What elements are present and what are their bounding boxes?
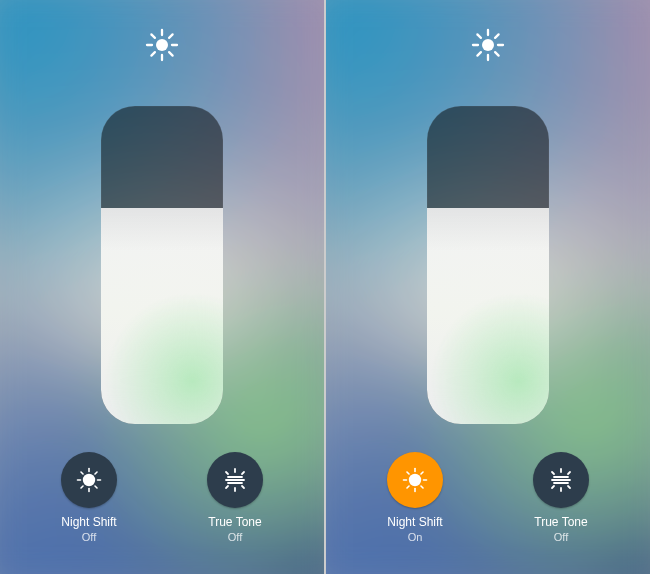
brightness-panel-right: Night Shift On xyxy=(326,0,650,574)
svg-point-36 xyxy=(409,474,421,486)
night-shift-label: Night Shift xyxy=(387,516,442,529)
true-tone-state: Off xyxy=(554,531,568,543)
true-tone-button[interactable] xyxy=(533,452,589,508)
brightness-icon xyxy=(145,28,179,62)
svg-line-43 xyxy=(421,472,423,474)
svg-line-16 xyxy=(95,472,97,474)
brightness-slider[interactable] xyxy=(101,106,223,424)
svg-line-35 xyxy=(477,52,481,56)
svg-point-27 xyxy=(482,39,494,51)
svg-line-34 xyxy=(495,34,499,38)
svg-line-51 xyxy=(568,486,570,488)
svg-line-23 xyxy=(226,472,228,474)
true-tone-button[interactable] xyxy=(207,452,263,508)
svg-line-15 xyxy=(95,486,97,488)
svg-line-25 xyxy=(242,472,244,474)
svg-line-14 xyxy=(81,472,83,474)
svg-line-7 xyxy=(169,34,173,38)
brightness-panel-left: Night Shift Off xyxy=(0,0,324,574)
svg-line-26 xyxy=(226,486,228,488)
svg-point-0 xyxy=(156,39,168,51)
true-tone-label: True Tone xyxy=(208,516,261,529)
night-shift-button[interactable] xyxy=(61,452,117,508)
svg-line-42 xyxy=(421,486,423,488)
true-tone-state: Off xyxy=(228,531,242,543)
svg-line-41 xyxy=(407,472,409,474)
brightness-slider[interactable] xyxy=(427,106,549,424)
night-shift-label: Night Shift xyxy=(61,516,116,529)
svg-line-24 xyxy=(242,486,244,488)
svg-line-5 xyxy=(151,34,155,38)
svg-line-17 xyxy=(81,486,83,488)
svg-line-52 xyxy=(568,472,570,474)
brightness-icon xyxy=(471,28,505,62)
svg-line-6 xyxy=(169,52,173,56)
svg-line-44 xyxy=(407,486,409,488)
night-shift-state: Off xyxy=(82,531,96,543)
brightness-slider-fill xyxy=(101,208,223,424)
svg-line-8 xyxy=(151,52,155,56)
night-shift-button[interactable] xyxy=(387,452,443,508)
true-tone-label: True Tone xyxy=(534,516,587,529)
brightness-slider-fill xyxy=(427,208,549,424)
svg-point-9 xyxy=(83,474,95,486)
night-shift-state: On xyxy=(408,531,423,543)
svg-line-53 xyxy=(552,486,554,488)
svg-line-33 xyxy=(495,52,499,56)
svg-line-32 xyxy=(477,34,481,38)
svg-line-50 xyxy=(552,472,554,474)
